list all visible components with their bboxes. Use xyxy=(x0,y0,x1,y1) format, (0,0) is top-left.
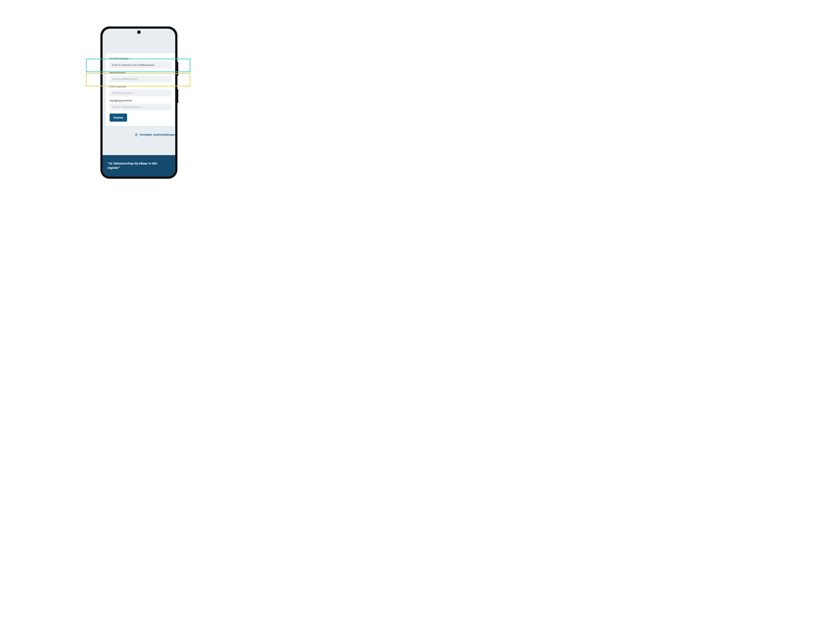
reset-row: Verwijder zoekinstellingen xyxy=(106,133,175,136)
footer-quote: "Je Vakmanschap bij elkaar in één regist… xyxy=(107,161,171,170)
phone-screen: Kwalificatietype * Zoek en selecteer een… xyxy=(103,28,175,177)
footer-band: "Je Vakmanschap bij elkaar in één regist… xyxy=(103,155,175,177)
label-vestiging: Vestigingsnummer xyxy=(110,99,172,102)
trash-icon xyxy=(135,133,138,136)
label-text: Kwalificatietype xyxy=(110,57,128,60)
label-kwalificatietype: Kwalificatietype * xyxy=(110,57,172,60)
field-vestiging: Vestigingsnummer xyxy=(110,99,172,111)
kwalificatietype-select[interactable]: Zoek en selecteer een kwalificatietype xyxy=(110,62,172,68)
label-kvk: KVK-nummer xyxy=(110,85,172,88)
bedrijfsnaam-input[interactable] xyxy=(110,76,172,82)
field-bedrijfsnaam: Bedrijfsnaam xyxy=(110,71,172,82)
search-button[interactable]: Zoeken xyxy=(110,114,127,122)
phone-side-button xyxy=(177,62,178,76)
label-bedrijfsnaam: Bedrijfsnaam xyxy=(110,71,172,74)
phone-frame: Kwalificatietype * Zoek en selecteer een… xyxy=(100,27,177,179)
field-kwalificatietype: Kwalificatietype * Zoek en selecteer een… xyxy=(110,57,172,68)
phone-side-button xyxy=(177,89,178,103)
field-kvk: KVK-nummer xyxy=(110,85,172,96)
kvk-input[interactable] xyxy=(110,90,172,96)
screen-content: Kwalificatietype * Zoek en selecteer een… xyxy=(103,28,175,177)
required-asterisk: * xyxy=(129,57,131,60)
reset-search-link[interactable]: Verwijder zoekinstellingen xyxy=(140,133,175,136)
search-form-card: Kwalificatietype * Zoek en selecteer een… xyxy=(106,53,175,126)
camera-notch xyxy=(137,30,141,34)
vestiging-input[interactable] xyxy=(110,103,172,111)
